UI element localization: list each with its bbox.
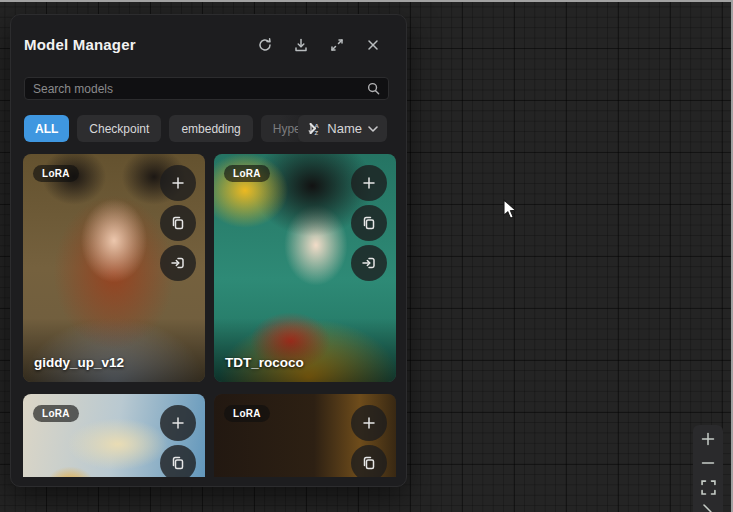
model-type-badge: LoRA	[33, 165, 79, 182]
search-bar	[24, 77, 389, 100]
card-actions	[160, 405, 196, 477]
model-card-giddy-up[interactable]: LoRA giddy_up_v12	[23, 154, 205, 382]
card-actions	[160, 165, 196, 281]
tab-checkpoint[interactable]: Checkpoint	[77, 115, 161, 142]
chevron-down-icon	[368, 126, 378, 132]
copy-icon[interactable]	[351, 205, 387, 241]
app-window: Model Manager ALL Checkpoint emb	[0, 0, 733, 512]
zoom-out-icon[interactable]	[700, 455, 716, 471]
add-icon[interactable]	[351, 405, 387, 441]
search-input[interactable]	[25, 78, 366, 99]
download-icon[interactable]	[293, 37, 309, 53]
refresh-icon[interactable]	[257, 37, 273, 53]
thumbnail-shade	[23, 318, 205, 382]
add-icon[interactable]	[351, 165, 387, 201]
model-card-tdt-rococo[interactable]: LoRA TDT_rococo	[214, 154, 396, 382]
model-card-list[interactable]: LoRA giddy_up_v12	[23, 154, 396, 477]
model-card-3[interactable]: LoRA	[23, 394, 205, 477]
filter-tabs: ALL Checkpoint embedding Hype	[24, 115, 323, 142]
thumbnail-shade	[214, 318, 396, 382]
canvas-zoom-toolbar	[693, 425, 723, 512]
search-icon[interactable]	[366, 81, 381, 96]
tab-all[interactable]: ALL	[24, 115, 69, 142]
expand-icon[interactable]	[329, 37, 345, 53]
window-frame-top	[0, 0, 733, 2]
card-actions	[351, 165, 387, 281]
model-type-badge: LoRA	[224, 165, 270, 182]
copy-icon[interactable]	[160, 445, 196, 477]
import-icon[interactable]	[160, 245, 196, 281]
model-name: giddy_up_v12	[34, 355, 124, 370]
copy-icon[interactable]	[160, 205, 196, 241]
card-actions	[351, 405, 387, 477]
page-title: Model Manager	[24, 36, 136, 53]
model-type-badge: LoRA	[224, 405, 270, 422]
model-type-badge: LoRA	[33, 405, 79, 422]
model-name: TDT_rococo	[225, 355, 304, 370]
add-icon[interactable]	[160, 405, 196, 441]
partial-tool-icon[interactable]	[700, 503, 716, 512]
close-icon[interactable]	[365, 37, 381, 53]
copy-icon[interactable]	[351, 445, 387, 477]
model-card-4[interactable]: LoRA	[214, 394, 396, 477]
zoom-in-icon[interactable]	[700, 431, 716, 447]
fit-view-icon[interactable]	[700, 479, 716, 495]
import-icon[interactable]	[351, 245, 387, 281]
model-manager-panel: Model Manager ALL Checkpoint emb	[10, 14, 407, 487]
chevron-right-icon[interactable]	[309, 123, 317, 137]
panel-header-actions	[257, 37, 381, 53]
tab-embedding[interactable]: embedding	[169, 115, 252, 142]
sort-label: Name	[327, 121, 362, 136]
add-icon[interactable]	[160, 165, 196, 201]
